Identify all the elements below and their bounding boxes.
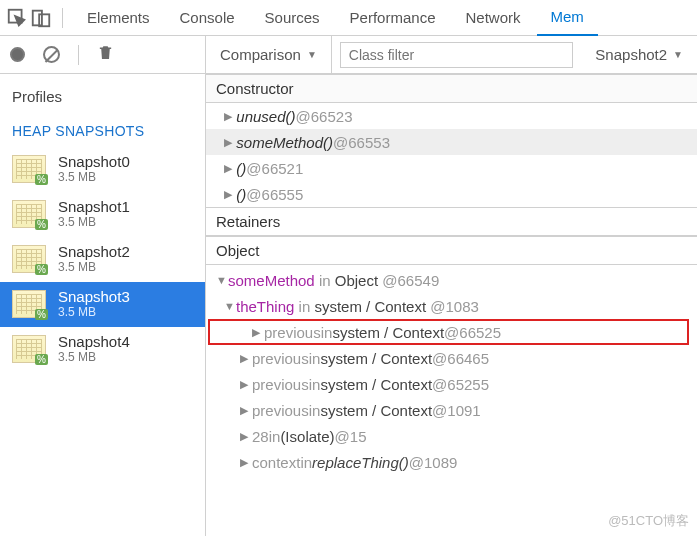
record-icon[interactable] bbox=[10, 47, 25, 62]
ref-id: @66465 bbox=[432, 350, 489, 367]
expand-icon[interactable]: ▶ bbox=[240, 404, 252, 417]
constructors-list: ▶unused() @66523 ▶someMethod() @66553 ▶(… bbox=[206, 103, 697, 208]
view-mode-dropdown[interactable]: Comparison ▼ bbox=[206, 36, 332, 73]
tab-sources[interactable]: Sources bbox=[251, 0, 334, 36]
tab-network[interactable]: Network bbox=[451, 0, 534, 36]
snapshot-icon bbox=[12, 155, 46, 183]
expand-icon[interactable]: ▶ bbox=[224, 136, 236, 149]
constructor-row[interactable]: ▶() @66521 bbox=[206, 155, 697, 181]
snapshot-size: 3.5 MB bbox=[58, 350, 130, 364]
ref-context: (Isolate) bbox=[280, 428, 334, 445]
snapshot-list: Snapshot03.5 MBSnapshot13.5 MBSnapshot23… bbox=[0, 147, 205, 372]
compare-label: Snapshot2 bbox=[595, 46, 667, 63]
constructor-id: @66521 bbox=[246, 160, 303, 177]
expand-icon[interactable]: ▶ bbox=[252, 326, 264, 339]
snapshot-size: 3.5 MB bbox=[58, 215, 130, 229]
heap-snapshots-heading: HEAP SNAPSHOTS bbox=[0, 115, 205, 147]
expand-icon[interactable]: ▶ bbox=[240, 456, 252, 469]
separator bbox=[78, 45, 79, 65]
snapshot-item[interactable]: Snapshot23.5 MB bbox=[0, 237, 205, 282]
snapshot-name: Snapshot0 bbox=[58, 153, 130, 170]
constructor-name: () bbox=[236, 186, 246, 203]
constructor-id: @66523 bbox=[296, 108, 353, 125]
constructor-row[interactable]: ▶someMethod() @66553 bbox=[206, 129, 697, 155]
device-toggle-icon[interactable] bbox=[30, 7, 52, 29]
ref-id: @1089 bbox=[409, 454, 458, 471]
snapshot-name: Snapshot1 bbox=[58, 198, 130, 215]
constructor-row[interactable]: ▶() @66555 bbox=[206, 181, 697, 207]
ref-id: @15 bbox=[335, 428, 367, 445]
ref-name: previous bbox=[252, 350, 309, 367]
ref-name: previous bbox=[264, 324, 321, 341]
object-header: Object bbox=[206, 236, 697, 265]
ref-name: previous bbox=[252, 376, 309, 393]
devtools-tabs: Elements Console Sources Performance Net… bbox=[0, 0, 697, 36]
ref-id: @65255 bbox=[432, 376, 489, 393]
snapshot-item[interactable]: Snapshot43.5 MB bbox=[0, 327, 205, 372]
expand-icon[interactable]: ▶ bbox=[224, 110, 236, 123]
sidebar-toolbar bbox=[0, 36, 205, 74]
retainer-ref[interactable]: ▶context in replaceThing() @1089 bbox=[206, 449, 697, 475]
filter-toolbar: Comparison ▼ Snapshot2 ▼ bbox=[206, 36, 697, 74]
profiles-heading: Profiles bbox=[0, 74, 205, 115]
snapshot-size: 3.5 MB bbox=[58, 260, 130, 274]
expand-icon[interactable]: ▶ bbox=[224, 162, 236, 175]
ref-name: someMethod bbox=[228, 272, 315, 289]
retainer-ref[interactable]: ▶previous in system / Context @66525 bbox=[208, 319, 689, 345]
constructor-id: @66553 bbox=[333, 134, 390, 151]
constructor-name: unused() bbox=[236, 108, 295, 125]
sidebar: Profiles HEAP SNAPSHOTS Snapshot03.5 MBS… bbox=[0, 36, 206, 536]
ref-context: replaceThing() bbox=[312, 454, 409, 471]
snapshot-icon bbox=[12, 200, 46, 228]
expand-icon[interactable]: ▼ bbox=[216, 274, 228, 286]
main-panel: Comparison ▼ Snapshot2 ▼ Constructor ▶un… bbox=[206, 36, 697, 536]
snapshot-item[interactable]: Snapshot33.5 MB bbox=[0, 282, 205, 327]
inspect-icon[interactable] bbox=[6, 7, 28, 29]
expand-icon[interactable]: ▶ bbox=[240, 430, 252, 443]
snapshot-icon bbox=[12, 335, 46, 363]
tab-console[interactable]: Console bbox=[166, 0, 249, 36]
ref-context: system / Context bbox=[320, 376, 432, 393]
constructor-name: someMethod() bbox=[236, 134, 333, 151]
ref-context: system / Context bbox=[332, 324, 444, 341]
snapshot-name: Snapshot3 bbox=[58, 288, 130, 305]
chevron-down-icon: ▼ bbox=[307, 49, 317, 60]
tab-performance[interactable]: Performance bbox=[336, 0, 450, 36]
tab-elements[interactable]: Elements bbox=[73, 0, 164, 36]
retainer-ref[interactable]: ▶previous in system / Context @1091 bbox=[206, 397, 697, 423]
ref-id: @66525 bbox=[444, 324, 501, 341]
snapshot-item[interactable]: Snapshot13.5 MB bbox=[0, 192, 205, 237]
snapshot-name: Snapshot4 bbox=[58, 333, 130, 350]
snapshot-icon bbox=[12, 245, 46, 273]
compare-dropdown[interactable]: Snapshot2 ▼ bbox=[581, 46, 697, 63]
ref-name: 28 bbox=[252, 428, 269, 445]
retainer-thing[interactable]: ▼ theThing in system / Context @1083 bbox=[206, 293, 697, 319]
expand-icon[interactable]: ▼ bbox=[224, 300, 236, 312]
class-filter-input[interactable] bbox=[340, 42, 574, 68]
ref-context: system / Context bbox=[320, 350, 432, 367]
constructor-row[interactable]: ▶unused() @66523 bbox=[206, 103, 697, 129]
constructor-name: () bbox=[236, 160, 246, 177]
watermark: @51CTO博客 bbox=[608, 512, 689, 530]
retainer-root[interactable]: ▼ someMethod in Object @66549 bbox=[206, 267, 697, 293]
snapshot-item[interactable]: Snapshot03.5 MB bbox=[0, 147, 205, 192]
retainer-ref[interactable]: ▶28 in (Isolate) @15 bbox=[206, 423, 697, 449]
chevron-down-icon: ▼ bbox=[673, 49, 683, 60]
ref-id: @1091 bbox=[432, 402, 481, 419]
clear-icon[interactable] bbox=[43, 46, 60, 63]
expand-icon[interactable]: ▶ bbox=[240, 378, 252, 391]
retainer-ref[interactable]: ▶previous in system / Context @66465 bbox=[206, 345, 697, 371]
svg-rect-1 bbox=[33, 10, 42, 25]
retainers-tree: ▼ someMethod in Object @66549 ▼ theThing… bbox=[206, 265, 697, 477]
expand-icon[interactable]: ▶ bbox=[240, 352, 252, 365]
expand-icon[interactable]: ▶ bbox=[224, 188, 236, 201]
retainers-header: Retainers bbox=[206, 208, 697, 236]
ref-name: previous bbox=[252, 402, 309, 419]
separator bbox=[62, 8, 63, 28]
tab-memory[interactable]: Mem bbox=[537, 0, 598, 36]
view-mode-label: Comparison bbox=[220, 46, 301, 63]
retainer-ref[interactable]: ▶previous in system / Context @65255 bbox=[206, 371, 697, 397]
trash-icon[interactable] bbox=[97, 44, 114, 65]
snapshot-icon bbox=[12, 290, 46, 318]
ref-context: system / Context bbox=[320, 402, 432, 419]
